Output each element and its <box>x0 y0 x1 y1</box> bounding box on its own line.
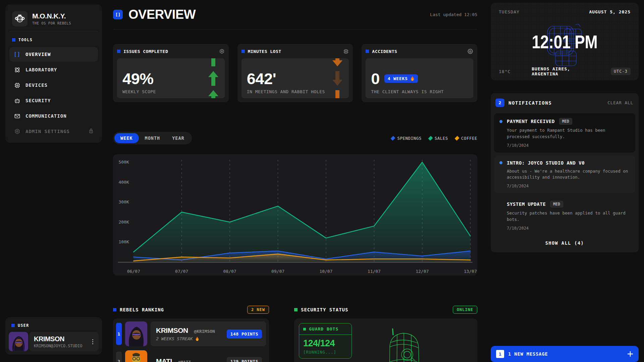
burst-gear-icon[interactable] <box>467 48 473 54</box>
notification-title: INTRO: JOYCO STUDIO AND V0 <box>507 160 585 166</box>
stat-subtitle: THE CLIENT ALWAYS IS RIGHT <box>371 89 468 94</box>
lock-icon <box>88 128 94 135</box>
robot-icon <box>13 98 21 104</box>
chart-controls: WEEK MONTH YEAR SPENDINGS SALES COFFEE <box>113 132 477 144</box>
chart-legend: SPENDINGS SALES COFFEE <box>391 136 477 141</box>
blue-square-icon <box>117 50 120 53</box>
mail-icon <box>13 113 21 119</box>
stats-row: ISSUES COMPLETED 49% WEEKLY SCOPE <box>113 44 477 102</box>
svg-text:11/07: 11/07 <box>368 269 381 274</box>
app-title: M.O.N.K.Y. <box>32 12 71 20</box>
status-dot <box>499 203 502 206</box>
message-label: 1 NEW MESSAGE <box>508 351 548 357</box>
status-dot <box>499 161 502 164</box>
notifications-title: NOTIFICATIONS <box>508 100 552 106</box>
app-title-block: M.O.N.K.Y. THE OS FOR REBELS <box>32 12 71 25</box>
chart-canvas: 100K200K300K400K500K06/0707/0708/0709/07… <box>113 154 477 280</box>
status-dot <box>499 120 502 123</box>
notification-title: PAYMENT RECEIVED <box>507 119 555 124</box>
plus-icon[interactable] <box>627 351 633 357</box>
guard-bots-module: GUARD BOTS 124/124 [RUNNING...] <box>299 323 352 359</box>
new-message-bar[interactable]: 1 1 NEW MESSAGE <box>491 346 639 362</box>
rebels-ranking-section: REBELS RANKING 2 NEW 1 <box>113 305 269 362</box>
tab-week[interactable]: WEEK <box>114 133 139 143</box>
security-panel: GUARD BOTS 124/124 [RUNNING...] FIREWALL <box>294 318 477 362</box>
page-header: [] OVERVIEW Last updated 12:05 <box>113 0 477 29</box>
legend-sales: SALES <box>429 136 448 141</box>
last-updated: Last updated 12:05 <box>430 12 477 17</box>
atom-icon <box>13 67 21 73</box>
clock-time: 12:01 PM <box>491 31 639 53</box>
chip-icon[interactable] <box>343 49 349 54</box>
sidebar-item-label: OVERVIEW <box>25 52 51 57</box>
stat-card-issues-completed: ISSUES COMPLETED 49% WEEKLY SCOPE <box>113 44 229 102</box>
sidebar-item-communication[interactable]: COMMUNICATION <box>9 109 98 123</box>
sidebar-item-devices[interactable]: DEVICES <box>9 78 98 93</box>
trend-up-arrows-icon <box>207 58 219 98</box>
module-value: 124/124 <box>299 335 352 349</box>
right-sidebar: TUESDAY AUGUST 5, 2025 12:01 PM 18°C <box>491 3 639 362</box>
security-status-section: SECURITY STATUS ONLINE GUARD BOTS 124/12… <box>294 305 477 362</box>
trend-down-arrows-icon <box>331 58 343 98</box>
notification-payment-received[interactable]: PAYMENT RECEIVED MED Your payment to Ram… <box>494 113 635 153</box>
sidebar-item-security[interactable]: SECURITY <box>9 93 98 108</box>
user-row[interactable]: KRIMSON KRIMSON@JOYCO.STUDIO <box>9 332 99 351</box>
gear-icon[interactable] <box>219 49 225 54</box>
show-all-button[interactable]: SHOW ALL (4) <box>494 235 635 249</box>
notifications-panel: 2 NOTIFICATIONS CLEAR ALL PAYMENT RECEIV… <box>491 93 639 252</box>
notification-system-update[interactable]: SYSTEM UPDATE MED Security patches have … <box>494 196 635 235</box>
sidebar-item-label: SECURITY <box>25 98 51 103</box>
blue-square-icon <box>241 50 245 53</box>
points-badge: 129 POINTS <box>227 357 262 362</box>
online-badge: ONLINE <box>453 306 477 314</box>
stat-subtitle: WEEKLY SCOPE <box>122 89 219 94</box>
notification-body: About us - We're a healthcare company fo… <box>507 168 630 181</box>
sidebar-item-laboratory[interactable]: LABORATORY <box>9 62 98 77</box>
sidebar-item-label: ADMIN SETTINGS <box>25 129 70 134</box>
stat-label: ISSUES COMPLETED <box>123 49 168 54</box>
sidebar-item-admin-settings[interactable]: ADMIN SETTINGS <box>9 124 98 139</box>
main-content: [] OVERVIEW Last updated 12:05 ISSUES CO… <box>113 0 477 362</box>
clock-card: TUESDAY AUGUST 5, 2025 12:01 PM 18°C <box>491 3 639 80</box>
chip-icon <box>13 82 21 88</box>
tab-year[interactable]: YEAR <box>166 133 191 143</box>
left-sidebar: M.O.N.K.Y. THE OS FOR REBELS TOOLS [] OV… <box>5 4 102 355</box>
svg-text:100K: 100K <box>119 239 129 244</box>
diamond-icon <box>391 136 395 140</box>
ranking-row-2[interactable]: 2 <box>116 350 266 362</box>
stat-value: 49% <box>122 71 219 86</box>
streak-badge: 4 WEEKS <box>384 74 418 83</box>
clear-all-button[interactable]: CLEAR ALL <box>607 100 633 105</box>
svg-text:12/07: 12/07 <box>416 269 429 274</box>
diamond-icon <box>428 136 433 140</box>
svg-text:08/07: 08/07 <box>223 269 236 274</box>
svg-text:400K: 400K <box>119 180 129 185</box>
stat-body: 642' IN MEETINGS AND RABBIT HOLES <box>241 58 349 98</box>
notification-date: 7/10/2024 <box>507 226 630 231</box>
svg-text:300K: 300K <box>119 199 129 204</box>
rebel-streak: 2 WEEKS STREAK <box>156 336 215 341</box>
message-count-badge: 1 <box>496 350 504 358</box>
ranking-row-1[interactable]: 1 <box>116 321 266 346</box>
green-square-icon <box>294 308 298 311</box>
tools-section-label: TOOLS <box>18 38 33 42</box>
temperature-label: 18°C <box>499 69 511 74</box>
svg-text:13/07: 13/07 <box>464 269 477 274</box>
green-square-icon <box>303 328 306 330</box>
nav-card: M.O.N.K.Y. THE OS FOR REBELS TOOLS [] OV… <box>5 4 102 143</box>
stat-label: MINUTES LOST <box>248 49 281 54</box>
notification-date: 7/10/2024 <box>507 184 630 188</box>
legend-spendings: SPENDINGS <box>391 136 421 141</box>
module-status: [RUNNING...] <box>299 349 352 358</box>
rebel-name: KRIMSON <box>156 326 188 334</box>
priority-badge: MED <box>559 118 572 125</box>
blue-square-icon <box>366 50 369 53</box>
tab-month[interactable]: MONTH <box>139 133 166 143</box>
notification-body: Your payment to Rampant Studio has been … <box>507 127 630 140</box>
user-menu-dots-icon[interactable] <box>90 337 95 346</box>
streak-badge-label: 4 WEEKS <box>388 76 408 81</box>
notification-intro-joyco[interactable]: INTRO: JOYCO STUDIO AND V0 About us - We… <box>494 156 635 193</box>
page-title-icon: [] <box>113 10 123 19</box>
sidebar-item-overview[interactable]: [] OVERVIEW <box>9 47 98 62</box>
stat-label: ACCIDENTS <box>372 49 397 54</box>
